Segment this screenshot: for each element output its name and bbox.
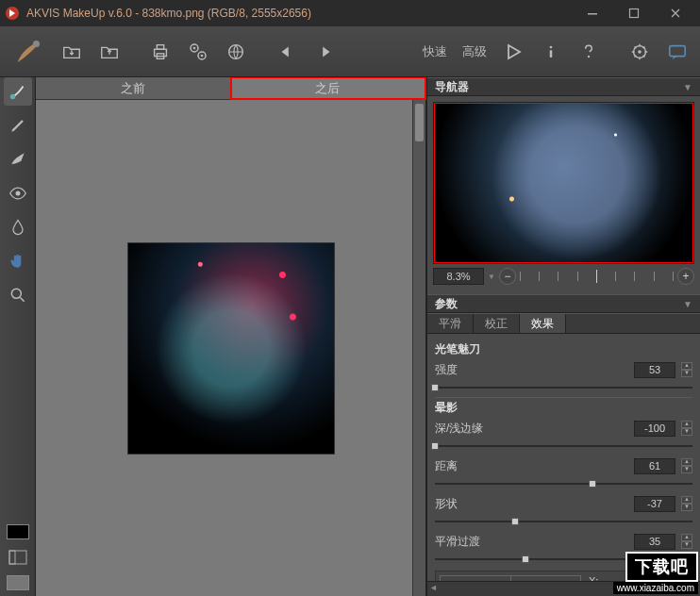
transition-value[interactable]: 35 <box>634 534 675 550</box>
shape-value[interactable]: -37 <box>634 496 675 512</box>
navigator-header[interactable]: 导航器 ▼ <box>427 77 700 96</box>
close-button[interactable] <box>655 0 696 26</box>
mode-advanced-button[interactable]: 高级 <box>458 43 491 60</box>
zoom-controls: 8.3% ▼ − + <box>433 264 694 289</box>
svg-point-19 <box>15 191 20 196</box>
svg-rect-17 <box>670 45 686 56</box>
zoom-tool-icon[interactable] <box>4 281 32 309</box>
distance-spinner[interactable]: ▲▼ <box>681 458 692 473</box>
redo-button[interactable] <box>309 35 340 69</box>
foreground-swatch[interactable] <box>7 524 29 539</box>
shape-spinner[interactable]: ▲▼ <box>681 496 692 511</box>
svg-point-10 <box>201 54 204 57</box>
strength-spinner[interactable]: ▲▼ <box>681 362 692 377</box>
transition-label: 平滑过渡 <box>435 534 510 550</box>
zoom-out-button[interactable]: − <box>499 268 516 285</box>
web-button[interactable] <box>221 35 251 69</box>
center-xy-control: X: 0.41▲▼ <box>435 571 692 581</box>
distance-label: 距离 <box>435 458 510 474</box>
title-bar: AKVIS MakeUp v.6.0 - 838kmo.png (RGB/8, … <box>0 0 700 26</box>
mode-quick-button[interactable]: 快速 <box>419 43 451 60</box>
shape-slider[interactable] <box>435 516 692 527</box>
canvas-area: 之前 之后 <box>36 77 426 596</box>
transition-slider[interactable] <box>435 554 692 565</box>
shape-label: 形状 <box>435 496 510 512</box>
pencil-tool-icon[interactable] <box>4 111 32 140</box>
edge-label: 深/浅边缘 <box>435 421 510 437</box>
brush-stroke-tool-icon[interactable] <box>4 145 32 174</box>
left-toolbox <box>0 77 36 596</box>
maximize-button[interactable] <box>613 0 655 26</box>
open-file-button[interactable] <box>57 35 87 69</box>
strength-label: 强度 <box>435 362 510 378</box>
minimize-button[interactable] <box>572 0 613 26</box>
svg-point-16 <box>638 50 642 54</box>
transition-spinner[interactable]: ▲▼ <box>681 534 692 549</box>
canvas-tabs: 之前 之后 <box>36 77 425 100</box>
svg-point-18 <box>9 94 15 100</box>
svg-rect-4 <box>155 49 167 56</box>
svg-rect-13 <box>550 50 553 58</box>
app-logo-icon <box>4 5 21 22</box>
background-swatch[interactable] <box>7 575 29 590</box>
edge-spinner[interactable]: ▲▼ <box>681 421 692 436</box>
window-title: AKVIS MakeUp v.6.0 - 838kmo.png (RGB/8, … <box>26 7 572 20</box>
hand-tool-icon[interactable] <box>4 247 32 275</box>
settings-gears-button[interactable] <box>183 35 213 69</box>
brush-tool-icon[interactable] <box>8 31 49 73</box>
navigator-title: 导航器 <box>435 79 469 95</box>
collapse-icon: ▼ <box>683 299 692 309</box>
drop-tool-icon[interactable] <box>4 213 32 241</box>
distance-slider[interactable] <box>435 478 692 489</box>
right-panel: 导航器 ▼ 8.3% ▼ − + 参数 ▼ 平滑 校正 效果 <box>426 77 700 596</box>
chat-button[interactable] <box>662 35 692 69</box>
panel-horizontal-scrollbar[interactable] <box>427 581 700 596</box>
layout-toggle-icon[interactable] <box>4 543 32 571</box>
strength-slider[interactable] <box>435 382 692 393</box>
svg-rect-1 <box>588 13 597 15</box>
navigator-thumbnail[interactable] <box>433 102 694 264</box>
svg-point-20 <box>11 289 21 298</box>
navigator-panel: 8.3% ▼ − + <box>427 96 700 294</box>
edge-value[interactable]: -100 <box>634 421 675 437</box>
params-header[interactable]: 参数 ▼ <box>427 294 700 313</box>
svg-point-14 <box>588 55 590 57</box>
svg-rect-2 <box>630 9 639 18</box>
zoom-dropdown-icon[interactable]: ▼ <box>488 273 495 281</box>
eye-tool-icon[interactable] <box>4 179 32 207</box>
preferences-button[interactable] <box>625 35 655 69</box>
run-button[interactable] <box>498 35 528 69</box>
subtab-correct[interactable]: 校正 <box>474 314 520 333</box>
canvas-image <box>127 242 335 455</box>
subtab-smooth[interactable]: 平滑 <box>427 314 474 333</box>
info-button[interactable] <box>536 35 566 69</box>
group-vignette: 晕影 <box>435 397 692 418</box>
help-button[interactable] <box>574 35 604 69</box>
group-glamour: 光笔魅刀 <box>435 339 692 359</box>
undo-button[interactable] <box>272 35 302 69</box>
strength-value[interactable]: 53 <box>634 362 675 378</box>
zoom-in-button[interactable]: + <box>677 268 694 285</box>
params-body: 光笔魅刀 强度 53 ▲▼ 晕影 深/浅边缘 -100 ▲▼ 距离 <box>427 334 700 581</box>
smudge-tool-icon[interactable] <box>4 77 32 106</box>
print-button[interactable] <box>145 35 175 69</box>
subtab-effect[interactable]: 效果 <box>520 314 566 333</box>
save-file-button[interactable] <box>94 35 125 69</box>
svg-rect-21 <box>9 551 26 564</box>
svg-rect-5 <box>157 44 163 49</box>
main-toolbar: 快速 高级 <box>0 26 700 77</box>
canvas-viewport[interactable] <box>36 100 425 596</box>
zoom-value[interactable]: 8.3% <box>433 268 484 285</box>
svg-point-3 <box>33 40 40 46</box>
collapse-icon: ▼ <box>683 82 692 92</box>
distance-value[interactable]: 61 <box>634 458 675 474</box>
tab-before[interactable]: 之前 <box>36 77 231 99</box>
svg-rect-22 <box>9 551 15 564</box>
zoom-slider[interactable] <box>520 269 674 284</box>
svg-point-12 <box>550 45 553 48</box>
vertical-scrollbar[interactable] <box>412 100 425 596</box>
edge-slider[interactable] <box>435 440 692 452</box>
svg-point-9 <box>193 46 196 49</box>
tab-after[interactable]: 之后 <box>231 77 426 99</box>
params-title: 参数 <box>435 296 458 312</box>
